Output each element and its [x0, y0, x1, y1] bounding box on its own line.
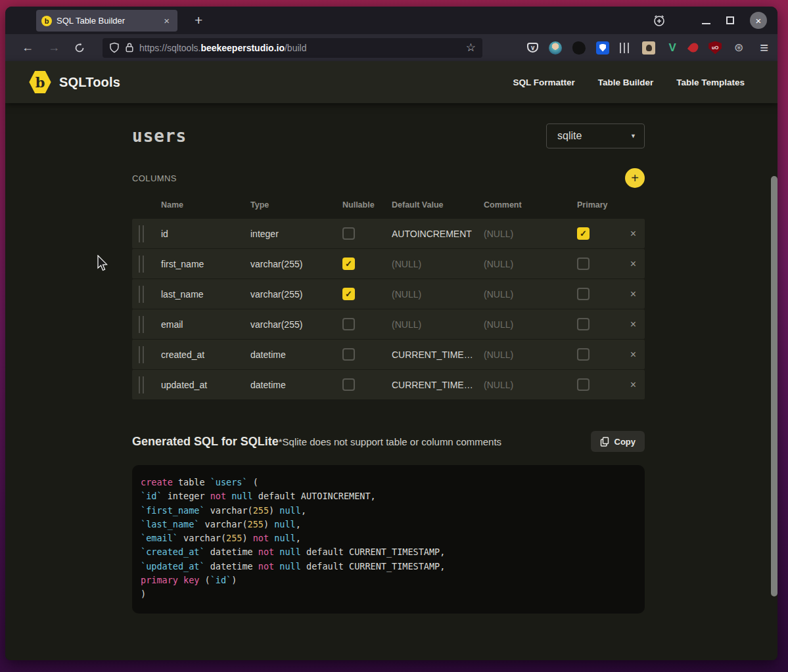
address-bar[interactable]: https://sqltools.beekeeperstudio.io/buil…: [103, 38, 482, 58]
table-row: emailvarchar(255)(NULL)(NULL)×: [132, 309, 645, 339]
cell-default: (NULL): [392, 319, 476, 330]
drag-handle-icon[interactable]: [139, 346, 144, 363]
lock-icon[interactable]: [125, 42, 134, 53]
chevron-down-icon: ▼: [630, 133, 636, 139]
react-devtools-icon[interactable]: ⊛: [732, 41, 745, 55]
pocket-icon[interactable]: ∨: [527, 43, 538, 53]
bookmark-star-icon[interactable]: ☆: [466, 41, 476, 55]
cell-type: varchar(255): [250, 319, 342, 330]
alarm-icon[interactable]: [652, 13, 666, 28]
menu-icon[interactable]: ≡: [760, 39, 768, 56]
table-row: idintegerAUTOINCREMENT(NULL)✓×: [132, 219, 645, 248]
columns-table: idintegerAUTOINCREMENT(NULL)✓×first_name…: [132, 219, 645, 399]
extensions-row: ∨VuO⊛: [527, 41, 745, 55]
primary-checkbox[interactable]: ✓: [577, 227, 590, 240]
bitwarden-icon[interactable]: [596, 41, 609, 55]
cell-comment: (NULL): [484, 259, 577, 269]
nullable-checkbox[interactable]: [342, 227, 355, 240]
gnome-foot-icon[interactable]: [572, 41, 586, 55]
copy-button[interactable]: Copy: [591, 431, 645, 452]
sqltools-logo-icon[interactable]: b: [29, 70, 51, 94]
nav-link-table-builder[interactable]: Table Builder: [598, 78, 654, 87]
cell-name: created_at: [161, 349, 250, 360]
primary-checkbox[interactable]: [577, 378, 590, 391]
cell-type: datetime: [250, 349, 342, 360]
maximize-button[interactable]: [726, 16, 734, 24]
sql-line: `email` varchar(255) not null,: [141, 531, 645, 545]
fence-icon[interactable]: [620, 43, 632, 53]
cell-comment: (NULL): [484, 380, 577, 390]
nav-link-table-templates[interactable]: Table Templates: [676, 78, 745, 87]
column-header-comment: Comment: [484, 200, 577, 210]
tab-close-icon[interactable]: ×: [161, 14, 172, 27]
shield-icon[interactable]: [109, 42, 120, 53]
sql-line: create table `users` (: [141, 476, 645, 489]
delete-column-button[interactable]: ×: [630, 349, 636, 361]
sql-line: `id` integer not null default AUTOINCREM…: [141, 489, 645, 503]
new-tab-button[interactable]: +: [189, 12, 208, 28]
cell-name: first_name: [161, 259, 250, 269]
ublock-origin-icon[interactable]: uO: [708, 41, 722, 55]
vue-devtools-icon[interactable]: V: [666, 41, 679, 55]
column-header-nullable: Nullable: [342, 200, 392, 210]
nullable-checkbox[interactable]: [342, 348, 355, 361]
profile-avatar[interactable]: [549, 41, 562, 55]
titlebar: b SQL Table Builder × + ×: [5, 7, 777, 34]
dialect-value: sqlite: [557, 130, 582, 142]
tab-favicon-icon: b: [41, 16, 52, 26]
cell-name: updated_at: [161, 380, 250, 390]
table-row: last_namevarchar(255)✓(NULL)(NULL)×: [132, 279, 645, 309]
cell-type: integer: [250, 229, 342, 239]
brand-title[interactable]: SQLTools: [59, 75, 120, 90]
cell-default: (NULL): [392, 259, 476, 269]
nullable-checkbox[interactable]: ✓: [342, 288, 355, 300]
sql-line: `updated_at` datetime not null default C…: [141, 560, 645, 573]
primary-checkbox[interactable]: [577, 348, 590, 361]
primary-checkbox[interactable]: [577, 258, 590, 270]
minimize-button[interactable]: [702, 16, 710, 25]
nullable-checkbox[interactable]: [342, 318, 355, 330]
sql-line: primary key (`id`): [141, 573, 645, 587]
browser-tab[interactable]: b SQL Table Builder ×: [36, 10, 177, 32]
delete-column-button[interactable]: ×: [630, 228, 636, 240]
nav-link-sql-formatter[interactable]: SQL Formatter: [513, 78, 574, 87]
table-name-title[interactable]: users: [132, 126, 187, 146]
drag-handle-icon[interactable]: [139, 316, 144, 333]
red-extension-icon[interactable]: [687, 41, 701, 55]
window-controls: ×: [652, 12, 777, 29]
delete-column-button[interactable]: ×: [630, 258, 636, 270]
generated-sql-code[interactable]: create table `users` ( `id` integer not …: [132, 465, 645, 614]
table-header-row: NameTypeNullableDefault ValueCommentPrim…: [132, 199, 645, 211]
cell-comment: (NULL): [484, 289, 577, 300]
delete-column-button[interactable]: ×: [630, 319, 636, 330]
scrollbar-thumb[interactable]: [771, 176, 777, 596]
add-column-button[interactable]: +: [625, 168, 645, 188]
close-button[interactable]: ×: [750, 12, 767, 29]
generated-sql-note: *Sqlite does not support table or column…: [279, 436, 501, 447]
forward-button[interactable]: →: [42, 41, 66, 55]
drag-handle-icon[interactable]: [139, 286, 144, 303]
mouse-cursor: [97, 255, 110, 275]
site-nav: SQL FormatterTable BuilderTable Template…: [513, 78, 745, 87]
table-row: updated_atdatetimeCURRENT_TIMESTAMP(NULL…: [132, 370, 645, 399]
nullable-checkbox[interactable]: ✓: [342, 258, 355, 270]
delete-column-button[interactable]: ×: [630, 379, 636, 391]
delete-column-button[interactable]: ×: [630, 288, 636, 300]
cell-name: last_name: [161, 289, 250, 300]
nullable-checkbox[interactable]: [342, 378, 355, 391]
drag-handle-icon[interactable]: [139, 376, 144, 393]
badger-icon[interactable]: [642, 41, 655, 55]
back-button[interactable]: ←: [16, 41, 39, 55]
primary-checkbox[interactable]: [577, 318, 590, 330]
drag-handle-icon[interactable]: [139, 256, 144, 273]
reload-button[interactable]: [68, 43, 91, 53]
cell-default: CURRENT_TIMESTAMP: [392, 380, 476, 390]
cell-name: id: [161, 229, 250, 239]
primary-checkbox[interactable]: [577, 288, 590, 300]
cell-type: varchar(255): [250, 289, 342, 300]
dialect-select[interactable]: sqlite ▼: [546, 123, 645, 148]
sql-line: `last_name` varchar(255) null,: [141, 518, 645, 531]
column-header-primary: Primary: [577, 200, 622, 210]
drag-handle-icon[interactable]: [139, 225, 144, 242]
browser-window: b SQL Table Builder × + × ← →: [5, 7, 777, 660]
